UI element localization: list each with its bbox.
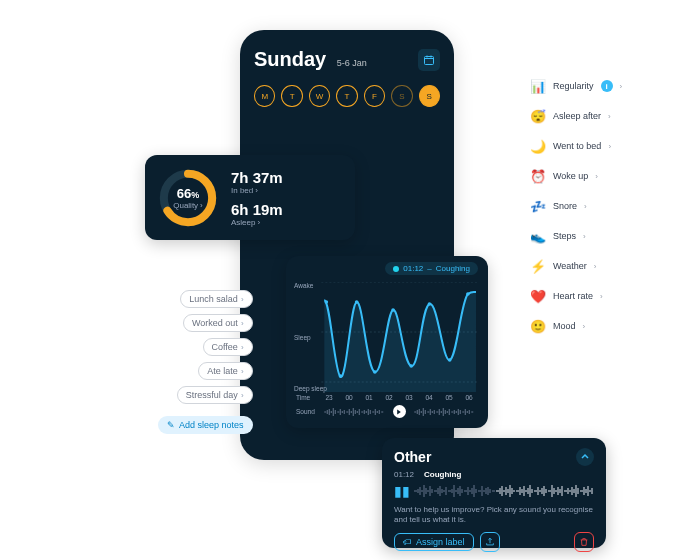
other-label: Coughing bbox=[424, 470, 461, 479]
note-chip[interactable]: Ate late› bbox=[198, 362, 252, 380]
event-pill[interactable]: 01:12 – Coughing bbox=[385, 262, 478, 275]
metric-heart-rate[interactable]: ❤️Heart rate› bbox=[530, 288, 622, 304]
delete-button[interactable] bbox=[574, 532, 594, 552]
event-label: Coughing bbox=[436, 264, 470, 273]
assign-label-button[interactable]: 🏷 Assign label bbox=[394, 533, 474, 551]
chart-card: 01:12 – Coughing Awake Sleep Deep sleep … bbox=[286, 256, 488, 428]
quality-label: Quality› bbox=[173, 201, 203, 210]
day-m[interactable]: M bbox=[254, 85, 275, 107]
day-f[interactable]: F bbox=[364, 85, 385, 107]
other-meta: 01:12 Coughing bbox=[394, 470, 594, 479]
note-chip[interactable]: Lunch salad› bbox=[180, 290, 252, 308]
page-title: Sunday 5-6 Jan bbox=[254, 48, 367, 71]
svg-point-13 bbox=[448, 358, 452, 362]
pencil-icon: ✎ bbox=[167, 420, 175, 430]
svg-point-11 bbox=[409, 364, 413, 368]
metric-mood[interactable]: 🙂Mood› bbox=[530, 318, 622, 334]
mood-icon: 🙂 bbox=[530, 318, 546, 334]
metric-steps[interactable]: 👟Steps› bbox=[530, 228, 622, 244]
event-time: 01:12 bbox=[403, 264, 423, 273]
day-w[interactable]: W bbox=[309, 85, 330, 107]
asleep-stat[interactable]: 6h 19m Asleep› bbox=[231, 201, 283, 227]
svg-point-14 bbox=[466, 292, 470, 296]
svg-rect-0 bbox=[425, 56, 434, 64]
collapse-button[interactable] bbox=[576, 448, 594, 466]
in-bed-label: In bed› bbox=[231, 186, 283, 195]
sound-row: Sound bbox=[296, 405, 478, 418]
other-card: Other 01:12 Coughing ▮▮ Want to help us … bbox=[382, 438, 606, 548]
woke-up-icon: ⏰ bbox=[530, 168, 546, 184]
day-selector: M T W T F S S bbox=[254, 85, 440, 107]
svg-point-9 bbox=[373, 370, 377, 374]
play-button[interactable] bbox=[393, 405, 406, 418]
svg-point-12 bbox=[428, 302, 432, 306]
asleep-after-icon: 😴 bbox=[530, 108, 546, 124]
weather-icon: ⚡ bbox=[530, 258, 546, 274]
note-chip[interactable]: Stressful day› bbox=[177, 386, 253, 404]
note-chip[interactable]: Coffee› bbox=[203, 338, 253, 356]
svg-point-10 bbox=[391, 308, 395, 312]
event-dot-icon bbox=[393, 266, 399, 272]
pause-icon[interactable]: ▮▮ bbox=[394, 483, 408, 499]
note-chip[interactable]: Worked out› bbox=[183, 314, 253, 332]
other-help-text: Want to help us improve? Pick any sound … bbox=[394, 505, 594, 526]
other-title: Other bbox=[394, 449, 431, 465]
regularity-icon: 📊 bbox=[530, 78, 546, 94]
add-sleep-notes-button[interactable]: ✎ Add sleep notes bbox=[158, 416, 253, 434]
day-title: Sunday bbox=[254, 48, 326, 70]
metrics-list: 📊Regularityi› 😴Asleep after› 🌙Went to be… bbox=[530, 78, 622, 334]
metric-woke-up[interactable]: ⏰Woke up› bbox=[530, 168, 622, 184]
day-s1[interactable]: S bbox=[391, 85, 412, 107]
other-audio-row: ▮▮ bbox=[394, 483, 594, 499]
phone-header: Sunday 5-6 Jan bbox=[254, 48, 440, 71]
day-s2[interactable]: S bbox=[419, 85, 440, 107]
metric-asleep-after[interactable]: 😴Asleep after› bbox=[530, 108, 622, 124]
svg-point-7 bbox=[339, 374, 343, 378]
info-badge-icon: i bbox=[601, 80, 613, 92]
sound-wave-right[interactable] bbox=[410, 407, 479, 417]
tag-icon: 🏷 bbox=[403, 537, 412, 547]
sound-wave-left[interactable] bbox=[320, 407, 389, 417]
day-t2[interactable]: T bbox=[336, 85, 357, 107]
quality-stats: 7h 37m In bed› 6h 19m Asleep› bbox=[231, 169, 283, 227]
steps-icon: 👟 bbox=[530, 228, 546, 244]
snore-icon: 💤 bbox=[530, 198, 546, 214]
metric-regularity[interactable]: 📊Regularityi› bbox=[530, 78, 622, 94]
in-bed-value: 7h 37m bbox=[231, 169, 283, 186]
metric-weather[interactable]: ⚡Weather› bbox=[530, 258, 622, 274]
other-waveform[interactable] bbox=[414, 483, 594, 499]
asleep-value: 6h 19m bbox=[231, 201, 283, 218]
chart-y-labels: Awake Sleep Deep sleep bbox=[294, 282, 327, 392]
quality-ring[interactable]: 66% Quality› bbox=[159, 169, 217, 227]
quality-card: 66% Quality› 7h 37m In bed› 6h 19m Aslee… bbox=[145, 155, 355, 240]
in-bed-stat[interactable]: 7h 37m In bed› bbox=[231, 169, 283, 195]
other-time: 01:12 bbox=[394, 470, 414, 479]
metric-snore[interactable]: 💤Snore› bbox=[530, 198, 622, 214]
metric-went-to-bed[interactable]: 🌙Went to bed› bbox=[530, 138, 622, 154]
asleep-label: Asleep› bbox=[231, 218, 283, 227]
svg-point-8 bbox=[355, 300, 359, 304]
day-t1[interactable]: T bbox=[281, 85, 302, 107]
sleep-chart[interactable]: Awake Sleep Deep sleep bbox=[296, 282, 478, 392]
date-range: 5-6 Jan bbox=[337, 58, 367, 68]
sleep-notes: Lunch salad› Worked out› Coffee› Ate lat… bbox=[158, 290, 253, 434]
other-actions: 🏷 Assign label bbox=[394, 532, 594, 552]
chart-x-labels: Time 23 00 01 02 03 04 05 06 bbox=[296, 394, 478, 401]
calendar-icon[interactable] bbox=[418, 49, 440, 71]
quality-percent: 66% bbox=[177, 186, 199, 201]
went-to-bed-icon: 🌙 bbox=[530, 138, 546, 154]
heart-rate-icon: ❤️ bbox=[530, 288, 546, 304]
share-button[interactable] bbox=[480, 532, 500, 552]
